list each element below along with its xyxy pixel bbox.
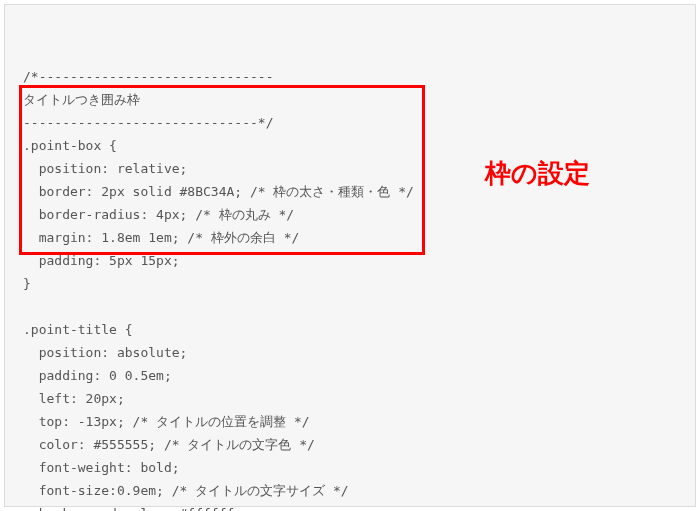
- annotation-label: 枠の設定: [485, 160, 590, 186]
- code-line: background-color: #ffffff;: [23, 502, 677, 511]
- code-line: border-radius: 4px; /* 枠の丸み */: [23, 203, 677, 226]
- code-line: ------------------------------*/: [23, 111, 677, 134]
- code-line: padding: 5px 15px;: [23, 249, 677, 272]
- code-line: font-weight: bold;: [23, 456, 677, 479]
- code-line: .point-box {: [23, 134, 677, 157]
- code-line: .point-title {: [23, 318, 677, 341]
- code-line: }: [23, 272, 677, 295]
- page-root: /*------------------------------タイトルつき囲み…: [0, 0, 700, 511]
- code-line: top: -13px; /* タイトルの位置を調整 */: [23, 410, 677, 433]
- code-line: font-size:0.9em; /* タイトルの文字サイズ */: [23, 479, 677, 502]
- code-line: [23, 295, 677, 318]
- code-line: left: 20px;: [23, 387, 677, 410]
- code-panel: /*------------------------------タイトルつき囲み…: [4, 4, 696, 507]
- code-line: margin: 1.8em 1em; /* 枠外の余白 */: [23, 226, 677, 249]
- code-line: color: #555555; /* タイトルの文字色 */: [23, 433, 677, 456]
- code-block: /*------------------------------タイトルつき囲み…: [23, 65, 677, 511]
- code-line: /*------------------------------: [23, 65, 677, 88]
- code-line: position: absolute;: [23, 341, 677, 364]
- code-line: タイトルつき囲み枠: [23, 88, 677, 111]
- code-line: padding: 0 0.5em;: [23, 364, 677, 387]
